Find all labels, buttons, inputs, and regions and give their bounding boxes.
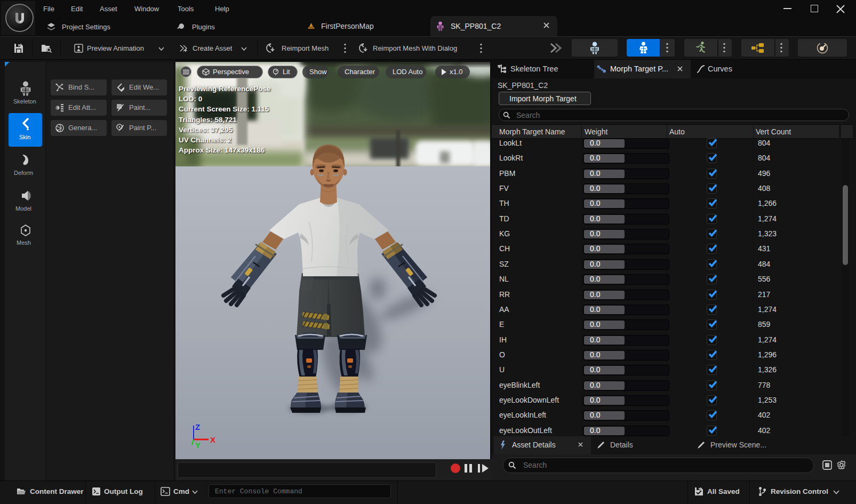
- svg-text:Y: Y: [195, 441, 201, 450]
- svg-text:Z: Z: [195, 422, 200, 431]
- svg-text:X: X: [210, 435, 215, 444]
